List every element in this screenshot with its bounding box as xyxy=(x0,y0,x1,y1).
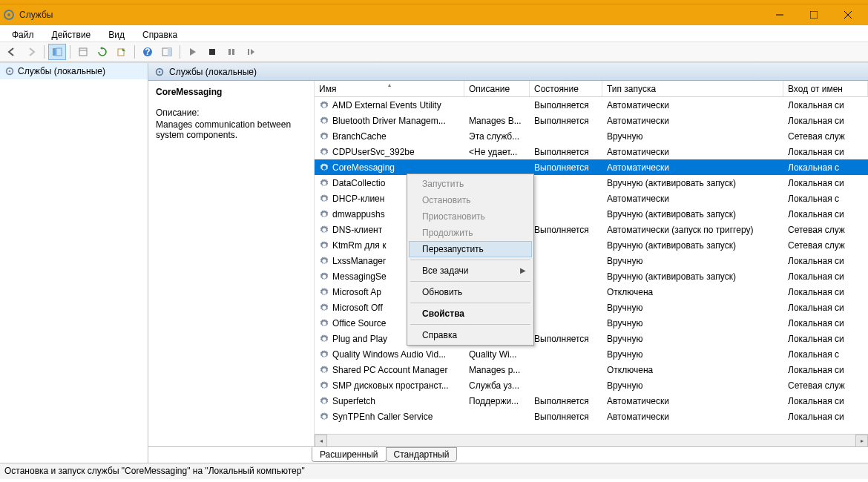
sort-asc-icon: ▴ xyxy=(388,82,391,88)
service-state: Выполняется xyxy=(530,147,602,157)
maximize-button[interactable] xyxy=(797,4,831,25)
refresh-button[interactable] xyxy=(93,44,111,60)
col-logon[interactable]: Вход от имен xyxy=(783,81,868,96)
table-row[interactable]: Microsoft OffВручнуюЛокальная си xyxy=(315,300,868,315)
service-name: Superfetch xyxy=(332,396,375,406)
gear-icon xyxy=(319,396,329,406)
service-start: Автоматически xyxy=(602,147,783,157)
table-row[interactable]: dmwappushsВручную (активировать запуск)Л… xyxy=(315,206,868,222)
col-description[interactable]: Описание xyxy=(464,81,530,96)
service-logon: Локальная си xyxy=(783,365,868,375)
back-button[interactable] xyxy=(3,44,21,60)
show-hide-tree-button[interactable] xyxy=(48,44,66,60)
table-row[interactable]: MessagingSeВручную (активировать запуск)… xyxy=(315,268,868,284)
table-row[interactable]: DNS-клиентВыполняетсяАвтоматически (запу… xyxy=(315,222,868,237)
description-text: Manages communication between system com… xyxy=(156,119,306,140)
pause-button[interactable] xyxy=(223,44,240,60)
tab-extended[interactable]: Расширенный xyxy=(312,447,387,462)
ctx-pause[interactable]: Приостановить xyxy=(409,208,532,225)
table-row[interactable]: CoreMessagingВыполняетсяАвтоматическиЛок… xyxy=(315,159,868,175)
service-logon: Локальная си xyxy=(783,271,868,282)
table-row[interactable]: SMP дисковых пространст...Служба уз...Вр… xyxy=(315,377,868,393)
menu-file[interactable]: Файл xyxy=(4,28,42,42)
service-name: DataCollectio xyxy=(332,178,385,188)
ctx-restart[interactable]: Перезапустить xyxy=(409,241,532,257)
service-logon: Локальная си xyxy=(783,334,868,344)
tree-node-local-services[interactable]: Службы (локальные) xyxy=(0,63,148,79)
service-name: CoreMessaging xyxy=(332,162,395,173)
scroll-left-button[interactable]: ◂ xyxy=(315,435,327,447)
gear-icon xyxy=(319,162,329,173)
status-bar: Остановка и запуск службы "CoreMessaging… xyxy=(0,463,868,479)
gear-icon xyxy=(319,349,329,360)
gear-icon xyxy=(319,116,329,126)
restart-button[interactable] xyxy=(242,44,260,60)
stop-button[interactable] xyxy=(203,44,221,60)
minimize-button[interactable] xyxy=(763,4,797,25)
action-pane-button[interactable] xyxy=(158,44,176,60)
gear-icon xyxy=(154,67,165,77)
table-row[interactable]: AMD External Events UtilityВыполняетсяАв… xyxy=(315,97,868,113)
service-logon: Сетевая служ xyxy=(783,380,868,391)
table-row[interactable]: Office SourceВручнуюЛокальная си xyxy=(315,315,868,331)
col-state[interactable]: Состояние xyxy=(530,81,602,96)
ctx-refresh[interactable]: Обновить xyxy=(409,284,532,300)
service-desc: <Не удает... xyxy=(464,147,530,157)
title-bar: Службы xyxy=(0,4,868,25)
table-row[interactable]: SynTPEnh Caller ServiceВыполняетсяАвтома… xyxy=(315,409,868,424)
ctx-help[interactable]: Справка xyxy=(409,327,532,343)
service-logon: Локальная си xyxy=(783,178,868,188)
table-row[interactable]: Shared PC Account ManagerManages p...Отк… xyxy=(315,362,868,377)
selected-service-name: CoreMessaging xyxy=(156,87,306,97)
menu-action[interactable]: Действие xyxy=(45,28,99,42)
table-row[interactable]: Quality Windows Audio Vid...Quality Wi..… xyxy=(315,346,868,362)
table-row[interactable]: LxssManagerВручнуюЛокальная си xyxy=(315,253,868,268)
ctx-resume[interactable]: Продолжить xyxy=(409,225,532,241)
gear-icon xyxy=(319,225,329,235)
service-logon: Локальная си xyxy=(783,147,868,157)
properties-button[interactable] xyxy=(74,44,92,60)
table-row[interactable]: KtmRm для кВручную (активировать запуск)… xyxy=(315,237,868,253)
menu-view[interactable]: Вид xyxy=(101,28,132,42)
help-button[interactable]: ? xyxy=(139,44,157,60)
col-startup-type[interactable]: Тип запуска xyxy=(602,81,783,96)
forward-button[interactable] xyxy=(22,44,40,60)
toolbar: ? xyxy=(0,42,868,62)
pane-header-label: Службы (локальные) xyxy=(169,67,257,77)
scroll-right-button[interactable]: ▸ xyxy=(855,435,868,447)
ctx-properties[interactable]: Свойства xyxy=(409,306,532,322)
tab-standard[interactable]: Стандартный xyxy=(386,447,458,462)
table-row[interactable]: Bluetooth Driver Managem...Manages B...В… xyxy=(315,113,868,128)
service-name: Plug and Play xyxy=(332,334,387,344)
service-start: Вручную (активировать запуск) xyxy=(602,240,783,251)
window-title: Службы xyxy=(19,10,53,20)
table-row[interactable]: CDPUserSvc_392be<Не удает...ВыполняетсяА… xyxy=(315,144,868,159)
menu-help[interactable]: Справка xyxy=(135,28,185,42)
table-row[interactable]: DataCollectioВручную (активировать запус… xyxy=(315,175,868,191)
submenu-arrow-icon: ▶ xyxy=(520,266,526,274)
close-button[interactable] xyxy=(831,4,865,25)
gear-icon xyxy=(319,209,329,219)
table-row[interactable]: BranchCacheЭта служб...ВручнуюСетевая сл… xyxy=(315,128,868,144)
service-desc: Эта служб... xyxy=(464,131,530,142)
status-text: Остановка и запуск службы "CoreMessaging… xyxy=(4,466,305,476)
table-row[interactable]: SuperfetchПоддержи...ВыполняетсяАвтомати… xyxy=(315,393,868,409)
service-logon: Сетевая служ xyxy=(783,225,868,235)
table-row[interactable]: Plug and PlayВыполняетсяВручнуюЛокальная… xyxy=(315,331,868,346)
table-row[interactable]: Microsoft ApОтключенаЛокальная си xyxy=(315,284,868,300)
service-logon: Локальная си xyxy=(783,209,868,219)
play-button[interactable] xyxy=(184,44,202,60)
ctx-stop[interactable]: Остановить xyxy=(409,192,532,208)
horizontal-scrollbar[interactable]: ◂ ▸ xyxy=(315,434,868,446)
ctx-all-tasks[interactable]: Все задачи▶ xyxy=(409,263,532,279)
service-name: BranchCache xyxy=(332,131,387,142)
service-start: Автоматически xyxy=(602,412,783,422)
col-name[interactable]: Имя▴ xyxy=(315,81,464,96)
svg-rect-7 xyxy=(56,48,62,56)
export-button[interactable] xyxy=(113,44,131,60)
svg-rect-15 xyxy=(209,49,215,55)
service-state: Выполняется xyxy=(530,334,602,344)
table-row[interactable]: DHCP-клиенАвтоматическиЛокальная с xyxy=(315,191,868,206)
service-start: Отключена xyxy=(602,287,783,297)
ctx-start[interactable]: Запустить xyxy=(409,176,532,192)
